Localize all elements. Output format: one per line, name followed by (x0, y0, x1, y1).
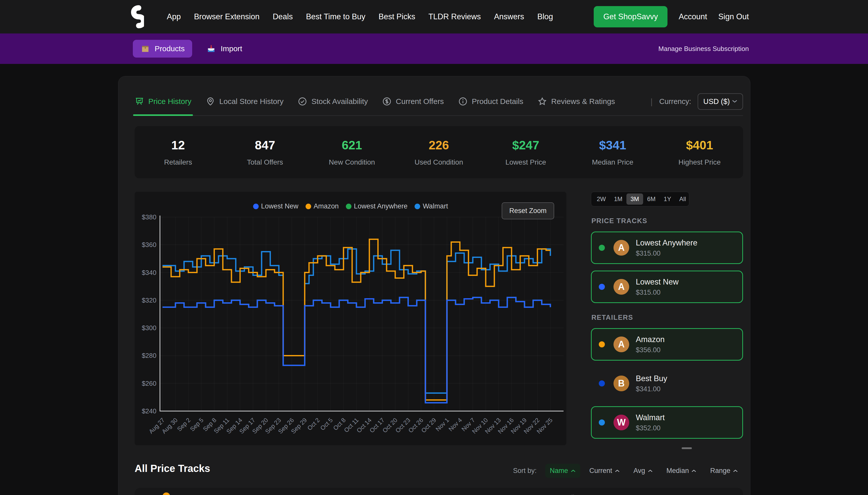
retailers-header: RETAILERS (591, 314, 743, 322)
track-card-amazon[interactable]: AAmazon$356.00 (591, 328, 743, 361)
y-axis-label: $340 (142, 269, 156, 276)
shopsavvy-logo-icon[interactable] (126, 4, 144, 30)
legend-lowest-new[interactable]: Lowest New (253, 202, 298, 210)
chevron-down-icon (732, 100, 737, 103)
table-header-median: Median (560, 494, 581, 495)
currency-value: USD ($) (703, 97, 730, 106)
series-color-dot (599, 245, 605, 251)
nav-links: AppBrowser ExtensionDealsBest Time to Bu… (167, 12, 553, 21)
sort-option-current[interactable]: Current (585, 464, 624, 478)
nav-link-blog[interactable]: Blog (537, 12, 553, 21)
range-1y[interactable]: 1Y (660, 193, 675, 205)
tab-product-details[interactable]: Product Details (458, 87, 523, 115)
nav-link-browser-extension[interactable]: Browser Extension (194, 12, 259, 21)
tabs-bar: Price HistoryLocal Store HistoryStock Av… (135, 87, 743, 116)
range-3m[interactable]: 3M (626, 193, 643, 205)
chevron-up-icon (691, 469, 696, 473)
y-axis-label: $240 (142, 407, 156, 415)
tab-label: Stock Availability (311, 97, 368, 106)
stat-total-offers: 847Total Offers (222, 138, 309, 166)
range-6m[interactable]: 6M (643, 193, 660, 205)
nav-link-best-picks[interactable]: Best Picks (379, 12, 415, 21)
nav-sign-out[interactable]: Sign Out (718, 12, 749, 21)
legend-walmart[interactable]: Walmart (415, 202, 448, 210)
sort-option-avg[interactable]: Avg (629, 464, 657, 478)
track-name: Walmart (636, 413, 665, 422)
retailer-avatar: W (613, 415, 629, 430)
legend-dot (306, 204, 311, 209)
legend-label: Lowest New (261, 202, 298, 210)
tab-current-offers[interactable]: Current Offers (382, 87, 444, 115)
chevron-up-icon (648, 469, 653, 473)
table-header-range: Range (618, 494, 638, 495)
legend-dot (253, 204, 259, 209)
products-tab[interactable]: Products (133, 40, 192, 57)
sort-option-name[interactable]: Name (545, 464, 580, 478)
stat-value: 12 (171, 138, 185, 152)
tracks-sidebar: 2W1M3M6M1YAll PRICE TRACKS ALowest Anywh… (591, 192, 743, 449)
stat-label: Retailers (164, 158, 192, 166)
legend-dot (415, 204, 420, 209)
nav-link-app[interactable]: App (167, 12, 181, 21)
manage-business-subscription-link[interactable]: Manage Business Subscription (658, 45, 749, 53)
chevron-up-icon (571, 469, 576, 473)
track-card-lowest-anywhere[interactable]: ALowest Anywhere$315.00 (591, 232, 743, 264)
nav-link-best-time-to-buy[interactable]: Best Time to Buy (306, 12, 365, 21)
tab-reviews-ratings[interactable]: Reviews & Ratings (537, 87, 615, 115)
get-shopsavvy-button[interactable]: Get ShopSavvy (594, 6, 667, 28)
check-circle-icon (298, 97, 307, 106)
stat-label: New Condition (329, 158, 375, 166)
x-axis-label: Sep 5 (189, 416, 205, 432)
currency-dropdown[interactable]: USD ($) (698, 93, 743, 110)
series-color-dot (599, 284, 605, 290)
tab-stock-availability[interactable]: Stock Availability (298, 87, 368, 115)
chart-legend: Lowest NewAmazonLowest AnywhereWalmart (253, 202, 448, 210)
range-all[interactable]: All (675, 193, 690, 205)
legend-lowest-anywhere[interactable]: Lowest Anywhere (346, 202, 407, 210)
tab-local-store-history[interactable]: Local Store History (206, 87, 283, 115)
track-card-lowest-new[interactable]: ALowest New$315.00 (591, 271, 743, 303)
track-name: Amazon (636, 335, 665, 344)
reset-zoom-button[interactable]: Reset Zoom (502, 202, 554, 219)
track-card-best-buy[interactable]: BBest Buy$341.00 (591, 367, 743, 400)
sort-option-median[interactable]: Median (662, 464, 701, 478)
sort-by-label: Sort by: (513, 467, 537, 475)
sort-option-label: Median (666, 467, 689, 475)
stat-median-price: $341Median Price (569, 138, 656, 166)
track-name: Lowest Anywhere (636, 238, 697, 248)
y-axis-label: $260 (142, 380, 156, 387)
tab-price-history[interactable]: Price History (135, 87, 191, 115)
tab-label: Reviews & Ratings (551, 97, 615, 106)
retailer-avatar: A (613, 337, 629, 352)
nav-right: Get ShopSavvy Account Sign Out (594, 6, 749, 28)
track-card-walmart[interactable]: WWalmart$352.00 (591, 406, 743, 439)
stats-bar: 12Retailers847Total Offers621New Conditi… (135, 126, 743, 178)
range-1m[interactable]: 1M (610, 193, 626, 205)
track-text: Lowest Anywhere$315.00 (636, 238, 697, 257)
nav-link-answers[interactable]: Answers (494, 12, 524, 21)
nav-account[interactable]: Account (679, 12, 707, 21)
x-axis-label: Oct 2 (306, 416, 321, 432)
range-2w[interactable]: 2W (593, 193, 610, 205)
stat-highest-price: $401Highest Price (656, 138, 743, 166)
nav-link-deals[interactable]: Deals (273, 12, 293, 21)
legend-amazon[interactable]: Amazon (306, 202, 339, 210)
nav-link-tldr-reviews[interactable]: TLDR Reviews (429, 12, 481, 21)
tab-label: Product Details (472, 97, 523, 106)
import-icon (206, 44, 216, 53)
time-range-selector: 2W1M3M6M1YAll (591, 192, 689, 206)
stat-value: $247 (512, 138, 539, 152)
chart-plot-area[interactable]: $240$260$280$300$320$340$360$380Aug 27Au… (135, 192, 566, 445)
stat-label: Used Condition (415, 158, 463, 166)
sort-option-range[interactable]: Range (706, 464, 743, 478)
price-tracks-table: CurrentAvgMedianRange (135, 488, 743, 495)
stat-label: Median Price (592, 158, 633, 166)
retailer-avatar: A (613, 279, 629, 295)
track-name: Lowest New (636, 277, 679, 287)
stat-value: 847 (255, 138, 275, 152)
import-tab[interactable]: Import (199, 40, 250, 57)
x-axis-label: Nov 4 (447, 416, 463, 432)
sort-option-label: Current (589, 467, 612, 475)
stat-label: Lowest Price (505, 158, 546, 166)
x-axis-label: Oct 5 (319, 416, 334, 432)
